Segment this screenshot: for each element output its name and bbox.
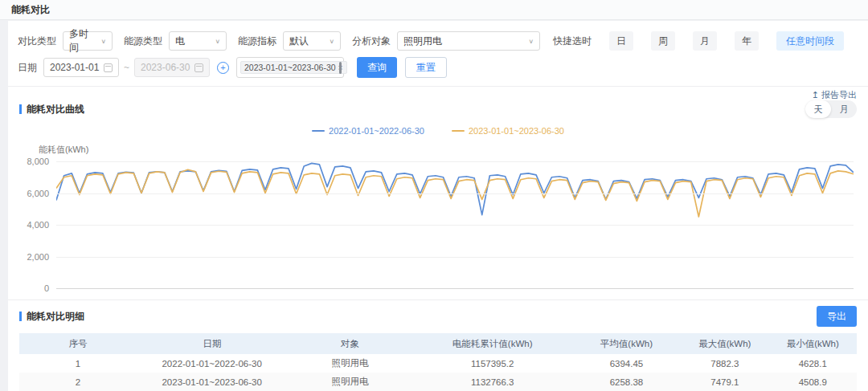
table-cell: 7882.3 — [681, 359, 768, 369]
reset-button[interactable]: 重置 — [405, 57, 447, 78]
quick-year-button[interactable]: 年 — [735, 31, 759, 51]
y-tick-label: 0 — [44, 283, 49, 293]
calendar-icon — [194, 63, 203, 72]
y-axis-label: 能耗值(kWh) — [39, 144, 868, 155]
filter-panel: 对比类型 多时间 ∨ 能源类型 电 ∨ 能源指标 默认 ∨ 分析对象 照明用电 … — [8, 21, 868, 78]
table-row: 1 2022-01-01~2022-06-30 照明用电 1157395.2 6… — [19, 354, 857, 373]
table-cell: 4508.9 — [769, 377, 857, 387]
table-cell: 1132766.3 — [413, 377, 572, 387]
header-cell: 平均值(kWh) — [572, 338, 681, 350]
legend-dash-icon — [312, 130, 325, 132]
add-range-icon[interactable]: + — [217, 62, 229, 74]
calendar-icon — [104, 63, 113, 72]
plot-area[interactable]: 02,0004,0006,0008,000 — [56, 161, 854, 288]
header-cell: 电能耗累计值(kWh) — [413, 338, 572, 350]
table-cell: 1 — [19, 359, 137, 369]
table-row: 2 2023-01-01~2023-06-30 照明用电 1132766.3 6… — [19, 373, 857, 391]
legend-dash-icon — [452, 130, 465, 132]
table-cell: 2 — [19, 377, 137, 387]
chart-section-title-text: 能耗对比曲线 — [27, 103, 84, 116]
analysis-object-label: 分析对象 — [352, 35, 391, 48]
y-tick-label: 6,000 — [27, 189, 49, 198]
filter-row-2: 日期 2023-01-01 ~ 2023-06-30 + 2023-01-01~… — [18, 57, 857, 78]
quick-month-button[interactable]: 月 — [693, 31, 717, 51]
range-tag: 2023-01-01~2023-06-30× — [240, 61, 347, 74]
toggle-day[interactable]: 天 — [805, 100, 831, 118]
y-tick-label: 4,000 — [27, 220, 49, 230]
granularity-toggle: 天 月 — [805, 100, 857, 118]
energy-type-select[interactable]: 电 ∨ — [169, 31, 227, 51]
section-accent-bar — [19, 312, 22, 321]
gridline — [56, 193, 854, 194]
header-cell: 最小值(kWh) — [769, 338, 857, 350]
gridline — [56, 225, 854, 226]
quick-day-button[interactable]: 日 — [609, 31, 633, 51]
start-date-value: 2023-01-01 — [50, 62, 99, 73]
table-cell: 2023-01-01~2023-06-30 — [137, 377, 288, 387]
table-cell: 6258.38 — [572, 377, 681, 387]
table-cell: 2022-01-01~2022-06-30 — [137, 359, 288, 369]
export-up-icon: ↥ — [812, 90, 819, 100]
energy-type-value: 电 — [175, 35, 185, 48]
indicator-label: 能源指标 — [238, 35, 276, 48]
chart-legend: 2022-01-01~2022-06-30 2023-01-01~2023-06… — [8, 124, 868, 137]
report-export-row: ↥ 报告导出 — [8, 87, 868, 100]
legend-label: 2023-01-01~2023-06-30 — [469, 126, 564, 136]
page-title: 能耗对比 — [11, 3, 50, 17]
detail-section-title-text: 能耗对比明细 — [27, 310, 84, 324]
y-tick-label: 8,000 — [27, 157, 49, 166]
range-tag-box: 2023-01-01~2023-06-30× — [236, 57, 344, 78]
header-cell: 对象 — [287, 338, 412, 350]
legend-item-2022[interactable]: 2022-01-01~2022-06-30 — [312, 124, 424, 137]
table-cell: 1157395.2 — [413, 359, 572, 369]
tag-scrollbar[interactable] — [339, 62, 342, 74]
legend-item-2023[interactable]: 2023-01-01~2023-06-30 — [452, 124, 564, 137]
query-button[interactable]: 查询 — [357, 57, 397, 78]
gridline — [56, 288, 854, 289]
header-cell: 日期 — [137, 338, 288, 350]
filter-row-1: 对比类型 多时间 ∨ 能源类型 电 ∨ 能源指标 默认 ∨ 分析对象 照明用电 … — [18, 31, 857, 51]
compare-type-value: 多时间 — [69, 27, 96, 55]
toggle-month[interactable]: 月 — [831, 100, 857, 118]
start-date-input[interactable]: 2023-01-01 — [43, 58, 119, 77]
detail-section-title: 能耗对比明细 — [19, 310, 84, 324]
analysis-object-value: 照明用电 — [403, 35, 442, 48]
gridline — [56, 161, 854, 162]
table-cell: 4628.1 — [769, 359, 857, 369]
report-export-label: 报告导出 — [821, 89, 857, 101]
chevron-down-icon: ∨ — [100, 38, 106, 45]
header-cell: 最大值(kWh) — [681, 338, 768, 350]
y-tick-label: 2,000 — [27, 252, 49, 262]
detail-section-header: 能耗对比明细 导出 — [8, 300, 868, 326]
chevron-down-icon: ∨ — [329, 38, 334, 45]
comparison-table: 序号 日期 对象 电能耗累计值(kWh) 平均值(kWh) 最大值(kWh) 最… — [19, 333, 857, 391]
indicator-select[interactable]: 默认 ∨ — [283, 31, 341, 51]
energy-type-label: 能源类型 — [124, 35, 162, 48]
analysis-object-select[interactable]: 照明用电 ∨ — [397, 31, 540, 51]
page-header: 能耗对比 — [0, 0, 868, 20]
table-cell: 照明用电 — [287, 357, 412, 369]
table-cell: 6394.45 — [572, 359, 681, 369]
table-cell: 7479.1 — [681, 377, 768, 387]
section-accent-bar — [19, 104, 22, 114]
export-button[interactable]: 导出 — [817, 306, 857, 327]
end-date-value: 2023-06-30 — [141, 62, 190, 73]
chart-section-title: 能耗对比曲线 — [19, 103, 84, 116]
legend-label: 2022-01-01~2022-06-30 — [329, 126, 424, 136]
report-export-link[interactable]: ↥ 报告导出 — [812, 89, 857, 100]
indicator-value: 默认 — [289, 35, 309, 48]
main-panel: 对比类型 多时间 ∨ 能源类型 电 ∨ 能源指标 默认 ∨ 分析对象 照明用电 … — [8, 21, 868, 391]
date-range-separator: ~ — [124, 62, 129, 73]
custom-range-button[interactable]: 任意时间段 — [776, 31, 844, 51]
gridline — [56, 257, 854, 258]
header-cell: 序号 — [19, 338, 137, 350]
end-date-input[interactable]: 2023-06-30 — [134, 58, 210, 77]
chart-section-header: 能耗对比曲线 天 月 — [8, 100, 868, 118]
date-label: 日期 — [18, 61, 37, 75]
chevron-down-icon: ∨ — [215, 38, 220, 45]
quick-week-button[interactable]: 周 — [651, 31, 675, 51]
compare-type-label: 对比类型 — [18, 35, 56, 48]
table-header-row: 序号 日期 对象 电能耗累计值(kWh) 平均值(kWh) 最大值(kWh) 最… — [19, 333, 857, 354]
compare-type-select[interactable]: 多时间 ∨ — [63, 31, 113, 51]
quick-time-label: 快捷选时 — [553, 35, 592, 48]
